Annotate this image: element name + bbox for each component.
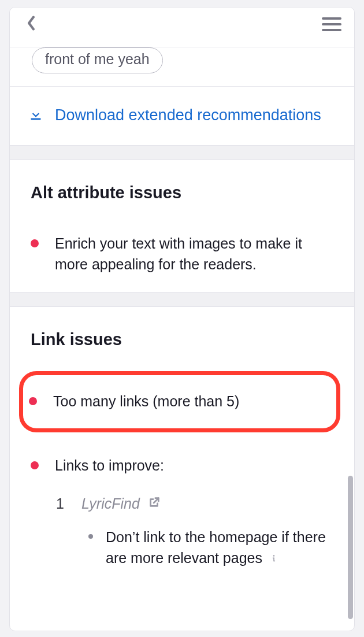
external-link-icon — [148, 495, 161, 512]
issue-item: Too many links (more than 5) — [29, 390, 325, 413]
severity-dot-icon — [31, 461, 39, 469]
section-divider — [10, 145, 354, 160]
panel-header — [10, 8, 354, 47]
link-name: LyricFind — [81, 495, 140, 512]
highlight-callout: Too many links (more than 5) — [19, 371, 340, 432]
issue-item: Links to improve: — [31, 454, 333, 477]
link-issues-section: Link issues Too many links (more than 5)… — [10, 307, 354, 568]
info-icon[interactable] — [266, 550, 279, 566]
severity-dot-icon — [31, 239, 39, 247]
scrollbar-thumb[interactable] — [348, 476, 353, 619]
hamburger-icon — [322, 17, 341, 20]
issue-text: Enrich your text with images to make it … — [55, 234, 333, 275]
link-tip-text: Don’t link to the homepage if there are … — [106, 527, 333, 568]
link-head[interactable]: 1 LyricFind — [56, 495, 333, 512]
back-button[interactable] — [23, 16, 40, 33]
alt-issues-heading: Alt attribute issues — [31, 183, 333, 202]
link-issues-heading: Link issues — [31, 330, 333, 349]
svg-point-1 — [273, 555, 274, 556]
issue-text: Links to improve: — [55, 455, 164, 476]
issue-item: Enrich your text with images to make it … — [31, 232, 333, 276]
issue-text: Too many links (more than 5) — [53, 391, 239, 412]
section-divider — [10, 292, 354, 307]
bullet-icon — [88, 534, 93, 539]
download-link-text[interactable]: Download extended recommendations — [55, 105, 321, 125]
download-icon — [28, 106, 43, 121]
link-tip: Don’t link to the homepage if there are … — [88, 527, 333, 568]
menu-button[interactable] — [322, 16, 341, 33]
chevron-left-icon — [27, 16, 36, 33]
keyword-chip[interactable]: front of me yeah — [32, 47, 163, 73]
alt-issues-section: Alt attribute issues Enrich your text wi… — [10, 160, 354, 292]
severity-dot-icon — [29, 397, 37, 405]
svg-rect-0 — [31, 118, 40, 120]
link-index: 1 — [56, 495, 64, 512]
download-row[interactable]: Download extended recommendations — [10, 87, 354, 145]
link-to-improve: 1 LyricFind Don’t link to the homepage i… — [31, 495, 333, 568]
chip-row: front of me yeah — [10, 47, 354, 87]
panel-card: front of me yeah Download extended recom… — [9, 7, 355, 631]
